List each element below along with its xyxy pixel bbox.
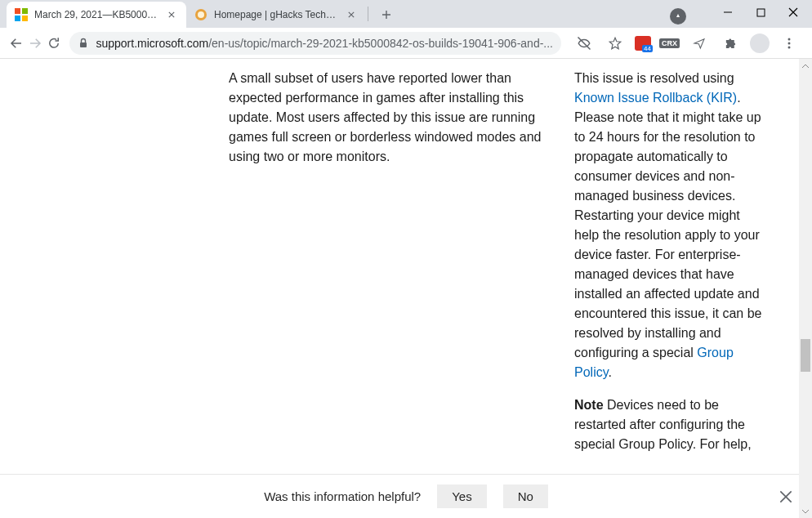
extensions-puzzle-icon[interactable] bbox=[719, 32, 742, 55]
lock-icon bbox=[78, 38, 89, 49]
svg-point-5 bbox=[198, 11, 204, 18]
tab-close-button[interactable] bbox=[165, 8, 178, 21]
kir-link[interactable]: Known Issue Rollback (KIR) bbox=[574, 91, 737, 105]
note-paragraph: Note Devices need to be restarted after … bbox=[574, 395, 764, 454]
toolbar-actions: CRX bbox=[568, 32, 805, 55]
browser-tab-active[interactable]: March 29, 2021—KB5000842 (OS bbox=[7, 2, 186, 28]
browser-toolbar: support.microsoft.com/en-us/topic/march-… bbox=[0, 28, 812, 59]
feedback-question: Was this information helpful? bbox=[264, 489, 421, 503]
tab-separator bbox=[368, 7, 368, 21]
forward-button[interactable] bbox=[25, 32, 44, 55]
url-text: support.microsoft.com/en-us/topic/march-… bbox=[96, 37, 553, 50]
reload-button[interactable] bbox=[44, 32, 63, 55]
window-controls bbox=[658, 0, 812, 29]
svg-point-8 bbox=[788, 38, 791, 40]
star-icon[interactable] bbox=[604, 32, 627, 55]
svg-rect-7 bbox=[80, 42, 87, 47]
profile-badge-icon[interactable] bbox=[670, 8, 686, 25]
tab-title: Homepage | gHacks Technology bbox=[214, 9, 340, 20]
extension-crx-icon[interactable]: CRX bbox=[659, 38, 680, 48]
menu-button[interactable] bbox=[778, 32, 801, 55]
svg-rect-2 bbox=[15, 16, 20, 21]
svg-rect-3 bbox=[22, 16, 28, 21]
profile-avatar[interactable] bbox=[750, 33, 770, 53]
new-tab-button[interactable] bbox=[375, 3, 398, 26]
extension-ublock-icon[interactable] bbox=[635, 36, 651, 51]
svg-rect-0 bbox=[15, 8, 20, 14]
vertical-scrollbar[interactable] bbox=[799, 59, 812, 518]
window-maximize-button[interactable] bbox=[753, 5, 768, 20]
browser-titlebar: March 29, 2021—KB5000842 (OS Homepage | … bbox=[0, 0, 812, 28]
feedback-yes-button[interactable]: Yes bbox=[437, 485, 486, 508]
scrollbar-up-button[interactable] bbox=[799, 59, 812, 73]
workaround-column: This issue is resolved using Known Issue… bbox=[574, 69, 764, 467]
svg-point-9 bbox=[788, 42, 791, 44]
feedback-close-button[interactable] bbox=[779, 490, 792, 503]
page-content: A small subset of users have reported lo… bbox=[0, 59, 812, 518]
tab-strip: March 29, 2021—KB5000842 (OS Homepage | … bbox=[0, 0, 398, 28]
symptom-column: A small subset of users have reported lo… bbox=[229, 69, 551, 467]
ghacks-favicon bbox=[194, 8, 207, 21]
tab-close-button[interactable] bbox=[345, 8, 358, 21]
back-button[interactable] bbox=[7, 32, 25, 55]
scrollbar-thumb[interactable] bbox=[801, 339, 810, 372]
scrollbar-down-button[interactable] bbox=[799, 504, 812, 518]
extension-plane-icon[interactable] bbox=[688, 32, 711, 55]
feedback-bar: Was this information helpful? Yes No bbox=[0, 474, 812, 518]
eye-off-icon[interactable] bbox=[573, 32, 596, 55]
window-minimize-button[interactable] bbox=[721, 5, 735, 20]
feedback-no-button[interactable]: No bbox=[503, 485, 548, 508]
tab-title: March 29, 2021—KB5000842 (OS bbox=[34, 9, 160, 20]
symptom-text: A small subset of users have reported lo… bbox=[229, 69, 551, 167]
address-bar[interactable]: support.microsoft.com/en-us/topic/march-… bbox=[69, 32, 561, 55]
browser-tab[interactable]: Homepage | gHacks Technology bbox=[186, 2, 366, 28]
window-close-button[interactable] bbox=[786, 5, 801, 20]
svg-rect-1 bbox=[22, 8, 28, 14]
microsoft-favicon bbox=[15, 8, 28, 21]
svg-point-10 bbox=[788, 46, 791, 48]
svg-rect-6 bbox=[757, 9, 765, 16]
workaround-paragraph: This issue is resolved using Known Issue… bbox=[574, 69, 764, 382]
article-body: A small subset of users have reported lo… bbox=[0, 59, 812, 518]
